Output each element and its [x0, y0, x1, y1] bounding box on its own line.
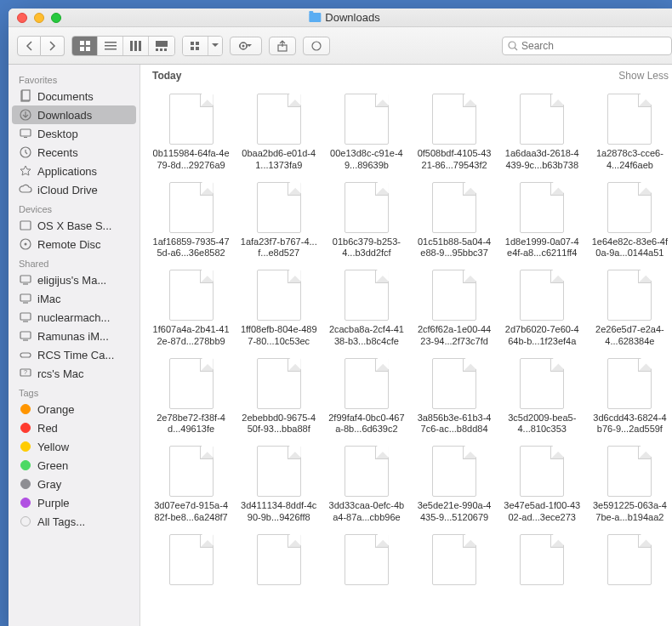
file-name: 0b115984-64fa-4e79-8d...29276a9: [153, 148, 230, 172]
sidebar-item[interactable]: Documents: [9, 87, 140, 105]
file-icon: [169, 94, 214, 145]
file-name: 2f99faf4-0bc0-467a-8b...6d639c2: [328, 413, 405, 436]
file-item[interactable]: [324, 531, 408, 592]
sidebar-item[interactable]: iMac: [9, 289, 140, 308]
sidebar-item-label: Applications: [37, 165, 97, 178]
action-menu-button[interactable]: [230, 37, 262, 55]
sidebar-item[interactable]: Orange: [9, 400, 140, 418]
search-field[interactable]: [502, 37, 672, 55]
sidebar-item[interactable]: ?rcs's Mac: [9, 364, 140, 383]
sidebar-item[interactable]: Yellow: [9, 437, 140, 456]
group-dropdown[interactable]: [208, 37, 222, 55]
file-item[interactable]: 3e5de21e-990a-4435-9...5120679: [412, 442, 496, 527]
file-item[interactable]: 3d411134-8ddf-4c90-9b...9426ff8: [236, 442, 321, 527]
file-icon: [169, 534, 214, 585]
group-by-button[interactable]: [183, 37, 208, 55]
file-item[interactable]: 0f508bdf-4105-4321-86...79543f2: [412, 90, 496, 175]
svg-rect-14: [191, 42, 194, 45]
file-item[interactable]: 2e26e5d7-e2a4-4...628384e: [588, 266, 672, 351]
titlebar[interactable]: Downloads: [9, 9, 672, 27]
monitor-icon: [19, 292, 32, 305]
sidebar-item[interactable]: Purple: [9, 493, 140, 512]
search-icon: [508, 41, 518, 51]
file-icon: [607, 534, 652, 585]
file-name: 2cf6f62a-1e00-4423-94...2f73c7fd: [416, 324, 493, 348]
column-view-button[interactable]: [123, 37, 149, 55]
sidebar-item[interactable]: eligijus's Ma...: [9, 270, 140, 289]
sidebar-item[interactable]: nuclearmach...: [9, 308, 140, 327]
zoom-button[interactable]: [51, 13, 61, 23]
share-button[interactable]: [269, 37, 296, 55]
file-icon: [520, 270, 564, 321]
applications-icon: [19, 164, 32, 178]
icon-view-button[interactable]: [72, 37, 98, 55]
list-view-button[interactable]: [98, 37, 123, 55]
gallery-view-button[interactable]: [149, 37, 174, 55]
file-item[interactable]: 00e13d8c-c91e-49...89639b: [324, 90, 408, 175]
file-item[interactable]: 3a856b3e-61b3-47c6-ac...b8dd84: [412, 355, 496, 440]
file-item[interactable]: 0b115984-64fa-4e79-8d...29276a9: [149, 90, 233, 175]
file-item[interactable]: 01b6c379-b253-4...b3dd2fcf: [324, 179, 408, 264]
file-item[interactable]: 2f99faf4-0bc0-467a-8b...6d639c2: [324, 355, 408, 440]
file-item[interactable]: [236, 531, 321, 592]
sidebar-item[interactable]: OS X Base S...: [9, 216, 140, 235]
sidebar-item[interactable]: Remote Disc: [9, 235, 140, 253]
file-item[interactable]: 1a6daa3d-2618-4439-9c...b63b738: [500, 90, 584, 175]
sidebar-item[interactable]: Applications: [9, 162, 140, 180]
sidebar-item[interactable]: All Tags...: [9, 512, 140, 531]
file-item[interactable]: [149, 531, 233, 592]
file-item[interactable]: 3d6cdd43-6824-4b76-9...2ad559f: [588, 355, 672, 440]
file-item[interactable]: 3dd33caa-0efc-4ba4-87a...cbb96e: [324, 442, 408, 527]
sidebar-item[interactable]: Ramunas iM...: [9, 327, 140, 345]
file-item[interactable]: 1ff08efb-804e-4897-80...10c53ec: [236, 266, 321, 351]
file-item[interactable]: 1e64e82c-83e6-4f0a-9a...0144a51: [588, 179, 672, 264]
file-icon: [345, 94, 389, 145]
sidebar-item-label: Ramunas iM...: [37, 330, 109, 343]
sidebar-item-label: Documents: [37, 90, 94, 103]
file-item[interactable]: 3e591225-063a-47be-a...b194aa2: [588, 442, 672, 527]
tag-icon: [19, 402, 32, 416]
sidebar-item[interactable]: Gray: [9, 475, 140, 493]
sidebar-item[interactable]: Desktop: [9, 124, 140, 143]
tags-button[interactable]: [303, 37, 330, 55]
file-icon: [520, 446, 564, 497]
file-item[interactable]: 2e78be72-f38f-4d...49613fe: [149, 355, 233, 440]
file-item[interactable]: 3e47e5ad-1f00-4302-ad...3ece273: [500, 442, 584, 527]
forward-button[interactable]: [41, 36, 65, 56]
sidebar: FavoritesDocumentsDownloadsDesktopRecent…: [9, 65, 140, 626]
file-item[interactable]: [588, 531, 672, 592]
file-item[interactable]: 0baa2bd6-e01d-41...1373fa9: [236, 90, 321, 175]
sidebar-item[interactable]: iCloud Drive: [9, 180, 140, 199]
file-item[interactable]: 1f607a4a-2b41-412e-87d...278bb9: [149, 266, 233, 351]
file-name: 3a856b3e-61b3-47c6-ac...b8dd84: [416, 413, 493, 436]
svg-rect-23: [247, 44, 248, 47]
sidebar-item[interactable]: Green: [9, 456, 140, 475]
back-button[interactable]: [17, 36, 41, 56]
sidebar-item[interactable]: RCS Time Ca...: [9, 345, 140, 364]
file-item[interactable]: 2ebebbd0-9675-450f-93...bba88f: [236, 355, 321, 440]
sidebar-item[interactable]: Red: [9, 418, 140, 437]
file-item[interactable]: 3c5d2009-bea5-4...810c353: [500, 355, 584, 440]
file-icon: [520, 358, 564, 409]
file-item[interactable]: [500, 531, 584, 592]
file-item[interactable]: 2d7b6020-7e60-464b-b...1f23ef4a: [500, 266, 584, 351]
close-button[interactable]: [17, 13, 27, 23]
file-item[interactable]: 3d07ee7d-915a-482f-be8...6a248f7: [149, 442, 233, 527]
show-less-button[interactable]: Show Less: [618, 70, 669, 82]
file-item[interactable]: 1afa23f7-b767-4...f...e8d527: [236, 179, 321, 264]
file-item[interactable]: 1d8e1999-0a07-4e4f-a8...c6211ff4: [500, 179, 584, 264]
svg-rect-6: [105, 48, 117, 50]
file-item[interactable]: 01c51b88-5a04-4e88-9...95bbc37: [412, 179, 496, 264]
file-item[interactable]: 2cf6f62a-1e00-4423-94...2f73c7fd: [412, 266, 496, 351]
sidebar-item[interactable]: Downloads: [12, 105, 136, 124]
search-input[interactable]: [521, 40, 666, 52]
file-item[interactable]: [412, 531, 496, 592]
file-icon: [257, 182, 301, 233]
file-icon: [169, 446, 214, 497]
file-item[interactable]: 1a2878c3-cce6-4...24f6aeb: [588, 90, 672, 175]
file-item[interactable]: 2cacba8a-2cf4-4138-b3...b8c4cfe: [324, 266, 408, 351]
sidebar-item[interactable]: Recents: [9, 143, 140, 162]
file-item[interactable]: 1af16859-7935-475d-a6...36e8582: [149, 179, 233, 264]
svg-rect-33: [20, 221, 31, 230]
minimize-button[interactable]: [34, 13, 44, 23]
